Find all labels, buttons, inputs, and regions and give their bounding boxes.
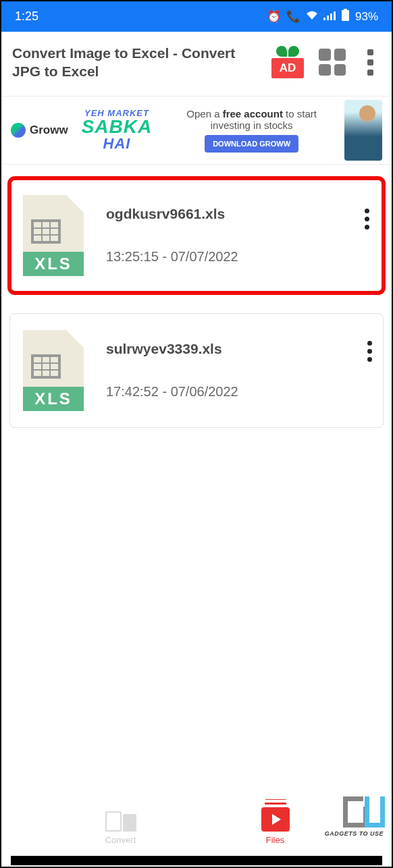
- gift-bow-icon: [274, 46, 301, 58]
- file-card-0[interactable]: XLS ogdkusrv9661.xls 13:25:15 - 07/07/20…: [9, 178, 384, 293]
- battery-icon: [341, 9, 350, 24]
- file-name: sulrwyev3339.xls: [106, 341, 373, 357]
- groww-brand: Groww: [30, 124, 68, 137]
- files-icon: [261, 807, 290, 832]
- svg-rect-2: [330, 13, 332, 20]
- status-time: 1:25: [15, 9, 38, 24]
- alarm-icon: ⏰: [267, 9, 281, 24]
- status-icons: ⏰ 📞 93%: [267, 9, 378, 24]
- grid-view-button[interactable]: [316, 46, 348, 78]
- svg-rect-5: [342, 10, 349, 21]
- file-info: sulrwyev3339.xls 17:42:52 - 07/06/2022: [106, 341, 373, 400]
- svg-rect-0: [323, 18, 325, 20]
- nav-files[interactable]: Files: [261, 807, 290, 845]
- banner-cta: Open a free account to start investing i…: [165, 108, 338, 153]
- file-card-1[interactable]: XLS sulrwyev3339.xls 17:42:52 - 07/06/20…: [9, 313, 384, 428]
- status-bar: 1:25 ⏰ 📞 93%: [1, 1, 392, 32]
- svg-rect-1: [327, 16, 329, 20]
- header-more-button[interactable]: [367, 49, 375, 76]
- download-groww-button[interactable]: DOWNLOAD GROWW: [205, 135, 298, 153]
- ad-banner[interactable]: Groww YEH MARKET SABKA HAI Open a free a…: [3, 96, 390, 165]
- app-title: Convert Image to Excel - Convert JPG to …: [12, 44, 259, 81]
- groww-logo: Groww: [11, 123, 68, 138]
- gesture-bar: [11, 856, 382, 865]
- file-meta: 13:25:15 - 07/07/2022: [106, 249, 373, 265]
- ad-gift-button[interactable]: AD: [267, 46, 308, 78]
- file-more-button[interactable]: [367, 341, 372, 362]
- banner-tagline: YEH MARKET SABKA HAI: [82, 109, 153, 151]
- file-info: ogdkusrv9661.xls 13:25:15 - 07/07/2022: [106, 206, 373, 265]
- groww-circle-icon: [11, 123, 26, 138]
- xls-file-icon: XLS: [20, 195, 87, 276]
- file-name: ogdkusrv9661.xls: [106, 206, 373, 222]
- wifi-icon: [306, 10, 318, 24]
- bottom-nav: Convert Files: [1, 799, 392, 853]
- file-list: XLS ogdkusrv9661.xls 13:25:15 - 07/07/20…: [1, 166, 392, 428]
- app-header: Convert Image to Excel - Convert JPG to …: [1, 32, 392, 94]
- convert-icon: [104, 807, 138, 832]
- svg-rect-3: [334, 11, 336, 20]
- nav-convert[interactable]: Convert: [104, 807, 138, 845]
- call-icon: 📞: [286, 9, 300, 24]
- banner-person-image: [344, 100, 382, 161]
- file-more-button[interactable]: [362, 206, 372, 232]
- ad-label: AD: [271, 58, 304, 78]
- xls-file-icon: XLS: [20, 330, 87, 411]
- file-meta: 17:42:52 - 07/06/2022: [106, 384, 373, 400]
- svg-rect-4: [344, 9, 347, 10]
- battery-percent: 93%: [355, 10, 378, 24]
- signal-icon: [323, 10, 336, 24]
